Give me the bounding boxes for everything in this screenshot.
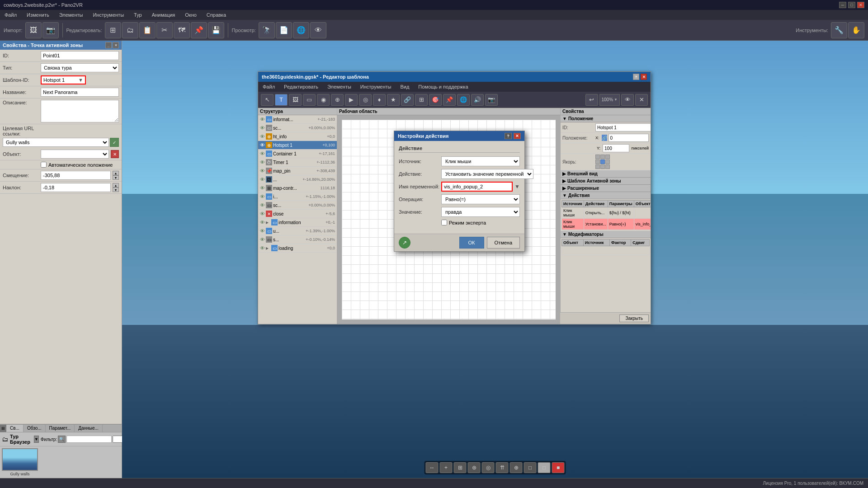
- appearance-section[interactable]: ▶ Внешний вид: [561, 170, 651, 178]
- tools-btn-2[interactable]: ✋: [848, 22, 864, 38]
- visibility-icon-2[interactable]: 👁: [260, 134, 265, 139]
- vp-move-btn[interactable]: ↔: [426, 462, 439, 473]
- te-menu-edit[interactable]: Редактировать: [282, 83, 320, 90]
- anchor-mr[interactable]: [605, 160, 610, 164]
- te-btn1[interactable]: ◉: [317, 94, 330, 106]
- te-menu-file[interactable]: Файл: [261, 83, 277, 90]
- var-dropdown-arrow[interactable]: ▼: [514, 183, 520, 190]
- te-btn7[interactable]: 🔗: [401, 94, 414, 106]
- panel-minimize-btn[interactable]: _: [105, 42, 112, 48]
- visibility-icon-s[interactable]: 👁: [260, 237, 265, 242]
- te-btn3[interactable]: ▶: [345, 94, 358, 106]
- te-btn8[interactable]: ⊞: [415, 94, 428, 106]
- desc-textarea[interactable]: [41, 100, 119, 122]
- tree-item-5[interactable]: 👁 🖼 ... +-14.86%,20.00%: [258, 175, 337, 184]
- edit-btn-7[interactable]: 💾: [208, 22, 224, 38]
- edit-btn-1[interactable]: ⊞: [105, 22, 121, 38]
- te-btn4[interactable]: ◎: [359, 94, 372, 106]
- tree-item-6[interactable]: 👁 ⊞ map-contr... 1116,18: [258, 184, 337, 192]
- pos-y-input[interactable]: [603, 144, 629, 152]
- menu-animation[interactable]: Анимация: [150, 11, 177, 19]
- menu-file[interactable]: Файл: [3, 11, 19, 19]
- visibility-icon-i[interactable]: 👁: [260, 220, 265, 225]
- offset-down-btn[interactable]: ▼: [113, 175, 119, 180]
- te-btn12[interactable]: 🔊: [471, 94, 484, 106]
- te-btn6[interactable]: ★: [387, 94, 400, 106]
- url-select[interactable]: Gully walls: [3, 138, 109, 147]
- visibility-icon-8[interactable]: 👁: [260, 202, 265, 208]
- panel-grid-icon[interactable]: ⊞: [0, 425, 6, 432]
- autopos-checkbox[interactable]: [41, 162, 47, 168]
- visibility-icon-l[interactable]: 👁: [260, 245, 265, 251]
- te-view-btn[interactable]: 👁: [621, 94, 634, 106]
- edit-btn-4[interactable]: ✂: [156, 22, 173, 38]
- visibility-icon-7[interactable]: 👁: [260, 194, 265, 199]
- visibility-icon-h1[interactable]: 👁: [260, 142, 265, 148]
- dialog-help-btn[interactable]: ?: [505, 133, 512, 139]
- import-image-btn[interactable]: 🖼: [25, 22, 42, 38]
- te-btn9[interactable]: 🎯: [429, 94, 442, 106]
- menu-window[interactable]: Окно: [183, 11, 198, 19]
- tab-sw[interactable]: Св...: [6, 425, 24, 432]
- pos-x-input[interactable]: [609, 134, 649, 142]
- url-confirm-btn[interactable]: ✓: [110, 138, 119, 147]
- active-zone-section[interactable]: ▶ Шаблон Активной зоны: [561, 178, 651, 185]
- tilt-down-btn[interactable]: ▼: [113, 188, 119, 192]
- ok-button[interactable]: ОК: [459, 237, 484, 249]
- offset-up-btn[interactable]: ▲: [113, 171, 119, 175]
- te-rect-btn[interactable]: ▭: [303, 94, 316, 106]
- modifiers-section[interactable]: ▼ Модификаторы: [561, 231, 651, 238]
- position-section[interactable]: ▼ Положение: [561, 115, 651, 122]
- visibility-icon-c[interactable]: 👁: [260, 211, 265, 216]
- action-select[interactable]: Установить значение переменной: [441, 169, 533, 179]
- visibility-icon-0[interactable]: 👁: [260, 117, 265, 122]
- tools-btn-1[interactable]: 🔧: [831, 22, 847, 38]
- visibility-icon-1[interactable]: 👁: [260, 125, 265, 131]
- tree-item-close[interactable]: 👁 ✕ close +-5,6: [258, 210, 337, 218]
- vp-arrow-btn[interactable]: ⇈: [496, 462, 509, 473]
- menu-edit[interactable]: Изменить: [25, 11, 51, 19]
- vp-lasso-btn[interactable]: ◎: [482, 462, 495, 473]
- actions-section[interactable]: ▼ Действия: [561, 192, 651, 199]
- visibility-icon-t[interactable]: 👁: [260, 160, 265, 165]
- edit-btn-6[interactable]: 📌: [191, 22, 207, 38]
- tab-overview[interactable]: Обзо...: [24, 425, 46, 432]
- tree-item-0[interactable]: 👁 ▭ informat... +-21,-183: [258, 115, 337, 124]
- vp-color2-btn[interactable]: ■: [552, 462, 565, 473]
- minimize-button[interactable]: ─: [839, 2, 846, 8]
- te-menu-elements[interactable]: Элементы: [326, 83, 353, 90]
- expert-checkbox[interactable]: [441, 220, 447, 225]
- offset-input[interactable]: [41, 171, 111, 180]
- visibility-icon-5[interactable]: 👁: [260, 177, 265, 182]
- advanced-section[interactable]: ▶ Расширенные: [561, 185, 651, 192]
- tree-item-hotspot1[interactable]: 👁 ⊕ Hotspot 1 +0,100: [258, 141, 337, 150]
- te-menu-view[interactable]: Вид: [398, 83, 411, 90]
- object-select[interactable]: [41, 150, 109, 159]
- object-clear-btn[interactable]: ✕: [111, 150, 119, 158]
- te-image-btn[interactable]: 🖼: [289, 94, 302, 106]
- tab-params[interactable]: Парамет...: [46, 425, 75, 432]
- te-zoom-control[interactable]: 100% ▼: [599, 94, 620, 106]
- menu-help[interactable]: Справка: [205, 11, 228, 19]
- tree-item-1[interactable]: 👁 ▭ sc... +0.00%,0.00%: [258, 124, 337, 132]
- share-btn[interactable]: ↗: [399, 237, 410, 249]
- vp-color1-btn[interactable]: □: [538, 462, 551, 473]
- view-btn-3[interactable]: 🌐: [293, 22, 309, 38]
- te-undo-btn[interactable]: ↩: [585, 94, 598, 106]
- te-cursor-btn[interactable]: ↖: [261, 94, 274, 106]
- vp-pin-btn[interactable]: ⊕: [510, 462, 523, 473]
- te-text-btn[interactable]: T: [275, 94, 288, 106]
- import-pano-btn[interactable]: 📷: [42, 22, 59, 38]
- menu-tools[interactable]: Инструменты: [91, 11, 126, 19]
- action-row-1[interactable]: Клик мыши Открыть... ${hu} / ${ht}: [562, 207, 651, 219]
- tree-item-u[interactable]: 👁 ▭ u... +-1.39%,-1.00%: [258, 227, 337, 235]
- tab-data[interactable]: Данные...: [75, 425, 102, 432]
- te-btn5[interactable]: ♦: [373, 94, 386, 106]
- anchor-tc[interactable]: [600, 155, 605, 159]
- view-btn-2[interactable]: 📄: [276, 22, 292, 38]
- close-btn[interactable]: Закрыть: [619, 314, 649, 322]
- tree-item-4[interactable]: 👁 📌 map_pin +-308,439: [258, 167, 337, 175]
- tree-item-s[interactable]: 👁 ▭ s... +-0.10%,-0.14%: [258, 235, 337, 244]
- vp-frame-btn[interactable]: □: [524, 462, 537, 473]
- te-menu-tools[interactable]: Инструменты: [359, 83, 393, 90]
